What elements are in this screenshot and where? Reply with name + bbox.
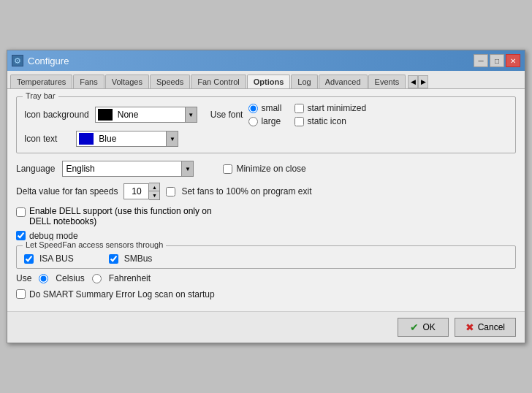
cancel-button[interactable]: ✖ Cancel bbox=[455, 318, 516, 337]
dell-support-checkbox[interactable] bbox=[16, 207, 26, 217]
delta-spinbox: 10 ▲ ▼ bbox=[123, 183, 160, 200]
smbus-label: SMBus bbox=[124, 253, 153, 264]
smart-scan-row: Do SMART Summary Error Log scan on start… bbox=[16, 289, 516, 299]
bottom-bar: ✔ OK ✖ Cancel bbox=[7, 311, 525, 343]
tab-log[interactable]: Log bbox=[291, 75, 317, 88]
icon-text-value: Blue bbox=[96, 134, 166, 144]
icon-text-label: Icon text bbox=[24, 134, 57, 144]
tray-bar-group-title: Tray bar bbox=[23, 91, 58, 100]
tab-scroll: ◀ ▶ bbox=[408, 75, 428, 88]
icon-text-row: Icon text Blue ▼ bbox=[24, 131, 508, 147]
minimize-on-close-label: Minimize on close bbox=[236, 164, 305, 174]
debug-mode-label: debug mode bbox=[29, 231, 78, 241]
main-content: Tray bar Icon background None ▼ Use font… bbox=[7, 89, 525, 311]
icon-background-arrow[interactable]: ▼ bbox=[185, 107, 197, 122]
fahrenheit-radio[interactable] bbox=[92, 274, 102, 283]
language-label: Language bbox=[16, 164, 55, 174]
large-radio-row: large bbox=[248, 116, 281, 126]
language-value: English bbox=[63, 164, 181, 174]
start-minimized-row: start minimized bbox=[294, 103, 366, 113]
cancel-label: Cancel bbox=[478, 322, 505, 332]
smart-scan-label: Do SMART Summary Error Log scan on start… bbox=[29, 289, 215, 299]
spinbox-arrows: ▲ ▼ bbox=[149, 183, 160, 200]
delta-input[interactable]: 10 bbox=[123, 183, 149, 199]
delta-row: Delta value for fan speeds 10 ▲ ▼ Set fa… bbox=[16, 183, 516, 200]
icon-text-color-swatch bbox=[79, 133, 94, 145]
configure-window: ⚙ Configure ─ □ ✕ Temperatures Fans Volt… bbox=[7, 50, 525, 343]
tab-fans[interactable]: Fans bbox=[73, 75, 104, 88]
minimize-on-close-row: Minimize on close bbox=[223, 164, 305, 174]
sensors-group-title: Let SpeedFan access sensors through bbox=[23, 240, 166, 249]
font-size-radio-group: small large bbox=[248, 103, 281, 126]
set-fans-label: Set fans to 100% on program exit bbox=[181, 186, 311, 196]
dell-support-text-group: Enable DELL support (use this function o… bbox=[29, 206, 212, 226]
debug-mode-checkbox[interactable] bbox=[16, 231, 26, 240]
tab-advanced[interactable]: Advanced bbox=[319, 75, 368, 88]
minimize-button[interactable]: ─ bbox=[474, 54, 488, 67]
smbus-checkbox[interactable] bbox=[109, 254, 118, 264]
icon-background-row: Icon background None ▼ Use font small la… bbox=[24, 103, 508, 126]
sensors-group: Let SpeedFan access sensors through ISA … bbox=[16, 245, 516, 269]
ok-button[interactable]: ✔ OK bbox=[398, 318, 449, 337]
title-controls: ─ □ ✕ bbox=[474, 54, 520, 67]
tab-fan-control[interactable]: Fan Control bbox=[191, 75, 246, 88]
set-fans-checkbox[interactable] bbox=[166, 187, 175, 196]
debug-mode-row: debug mode bbox=[16, 231, 516, 241]
icon-background-label: Icon background bbox=[24, 110, 89, 120]
tab-speeds[interactable]: Speeds bbox=[150, 75, 190, 88]
maximize-button[interactable]: □ bbox=[490, 54, 504, 67]
fahrenheit-label: Fahrenheit bbox=[109, 273, 151, 283]
window-title: Configure bbox=[28, 56, 69, 66]
title-bar: ⚙ Configure ─ □ ✕ bbox=[7, 50, 525, 71]
dell-support-label2: DELL notebooks) bbox=[29, 216, 212, 226]
icon-background-dropdown[interactable]: None ▼ bbox=[95, 107, 197, 123]
ok-label: OK bbox=[422, 322, 435, 332]
isa-bus-checkbox[interactable] bbox=[24, 254, 34, 264]
tab-events[interactable]: Events bbox=[368, 75, 406, 88]
use-font-label: Use font bbox=[210, 110, 243, 120]
language-row: Language English ▼ Minimize on close bbox=[16, 161, 516, 177]
icon-text-dropdown[interactable]: Blue ▼ bbox=[76, 131, 178, 147]
sensors-checkboxes-row: ISA BUS SMBus bbox=[24, 253, 508, 264]
tab-voltages[interactable]: Voltages bbox=[105, 75, 149, 88]
tab-scroll-left[interactable]: ◀ bbox=[408, 75, 418, 88]
tab-options[interactable]: Options bbox=[247, 75, 291, 89]
icon-background-value: None bbox=[115, 110, 185, 120]
start-minimized-label: start minimized bbox=[307, 103, 366, 113]
cancel-icon: ✖ bbox=[466, 321, 474, 333]
large-radio-label: large bbox=[261, 116, 281, 126]
close-button[interactable]: ✕ bbox=[506, 54, 520, 67]
temperature-unit-row: Use Celsius Fahrenheit bbox=[16, 273, 516, 283]
tray-bar-group: Tray bar Icon background None ▼ Use font… bbox=[16, 96, 516, 153]
icon-background-color-swatch bbox=[98, 109, 113, 121]
tabs-bar: Temperatures Fans Voltages Speeds Fan Co… bbox=[7, 71, 525, 89]
checkboxes-column: start minimized static icon bbox=[294, 103, 366, 126]
dell-support-row: Enable DELL support (use this function o… bbox=[16, 206, 516, 226]
title-bar-left: ⚙ Configure bbox=[12, 55, 69, 66]
spin-down-button[interactable]: ▼ bbox=[149, 191, 159, 199]
smart-scan-checkbox[interactable] bbox=[16, 289, 26, 299]
celsius-radio[interactable] bbox=[39, 274, 48, 283]
tab-temperatures[interactable]: Temperatures bbox=[10, 75, 72, 88]
app-icon: ⚙ bbox=[12, 55, 23, 66]
small-radio-label: small bbox=[261, 103, 281, 113]
use-label: Use bbox=[16, 273, 31, 283]
celsius-label: Celsius bbox=[56, 273, 84, 283]
language-arrow[interactable]: ▼ bbox=[181, 161, 193, 176]
icon-text-arrow[interactable]: ▼ bbox=[166, 131, 178, 146]
large-radio[interactable] bbox=[248, 117, 258, 126]
small-radio[interactable] bbox=[248, 104, 258, 113]
static-icon-label: static icon bbox=[307, 116, 346, 126]
language-dropdown[interactable]: English ▼ bbox=[62, 161, 194, 177]
delta-label: Delta value for fan speeds bbox=[16, 186, 118, 196]
tab-scroll-right[interactable]: ▶ bbox=[418, 75, 428, 88]
spin-up-button[interactable]: ▲ bbox=[149, 183, 159, 191]
dell-support-label1: Enable DELL support (use this function o… bbox=[29, 206, 212, 216]
isa-bus-label: ISA BUS bbox=[39, 253, 74, 264]
static-icon-row: static icon bbox=[294, 116, 366, 126]
small-radio-row: small bbox=[248, 103, 281, 113]
minimize-on-close-checkbox[interactable] bbox=[223, 164, 232, 174]
ok-icon: ✔ bbox=[410, 321, 419, 333]
start-minimized-checkbox[interactable] bbox=[294, 104, 304, 113]
static-icon-checkbox[interactable] bbox=[294, 117, 304, 126]
